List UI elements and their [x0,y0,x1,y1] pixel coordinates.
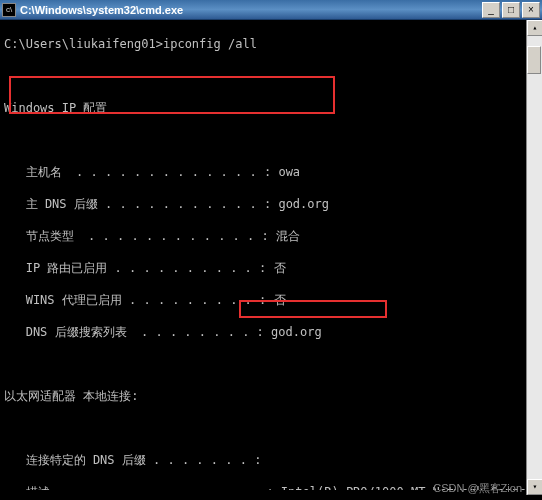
output-row: 节点类型 . . . . . . . . . . . . : 混合 [4,228,538,244]
highlight-host-dns [9,76,335,114]
prompt-line: C:\Users\liukaifeng01>ipconfig /all [4,36,538,52]
hostname-value: owa [278,165,300,179]
adapter-header: 以太网适配器 本地连接: [4,388,538,404]
prompt-path: C:\Users\liukaifeng01> [4,37,163,51]
window-title: C:\Windows\system32\cmd.exe [20,4,482,16]
watermark-text: CSDN @黑客Zion [433,481,522,496]
dns-suffix-row: 主 DNS 后缀 . . . . . . . . . . . : god.org [4,196,538,212]
title-bar: c\ C:\Windows\system32\cmd.exe _ □ × [0,0,542,20]
cmd-icon: c\ [2,3,16,17]
hostname-row: 主机名 . . . . . . . . . . . . . : owa [4,164,538,180]
output-row: IP 路由已启用 . . . . . . . . . . : 否 [4,260,538,276]
maximize-button[interactable]: □ [502,2,520,18]
vertical-scrollbar[interactable]: ▴ ▾ [526,20,542,495]
scroll-track[interactable] [527,36,542,479]
highlight-ipv4 [239,300,387,318]
output-row: 连接特定的 DNS 后缀 . . . . . . . : [4,452,538,468]
window-buttons: _ □ × [482,2,540,18]
output-row: DNS 后缀搜索列表 . . . . . . . . : god.org [4,324,538,340]
hostname-label: 主机名 . . . . . . . . . . . . . : [4,165,278,179]
close-button[interactable]: × [522,2,540,18]
minimize-button[interactable]: _ [482,2,500,18]
scroll-thumb[interactable] [527,46,541,74]
scroll-up-button[interactable]: ▴ [527,20,542,36]
prompt-command: ipconfig /all [163,37,257,51]
dns-suffix-label: 主 DNS 后缀 . . . . . . . . . . . : [4,197,278,211]
dns-suffix-value: god.org [278,197,329,211]
scroll-down-button[interactable]: ▾ [527,479,542,495]
